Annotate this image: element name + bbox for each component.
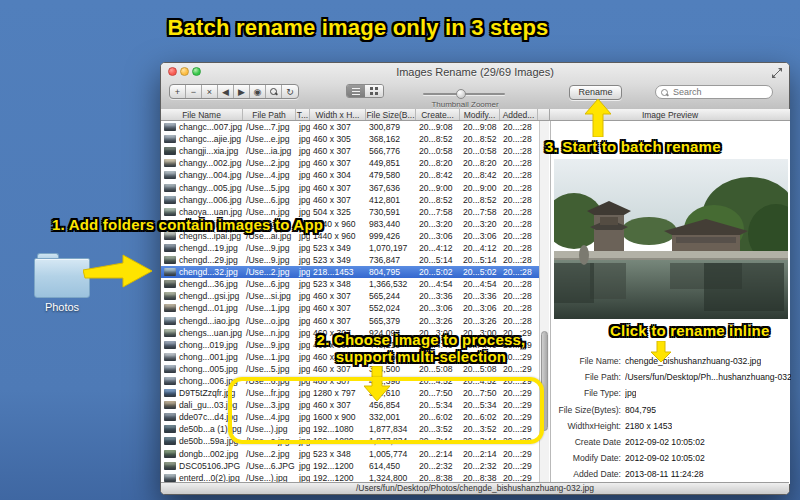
preview-field-label: Added Date:	[551, 469, 621, 479]
cell-dims: 460 x 305	[310, 134, 366, 144]
column-header[interactable]: Create...	[416, 109, 460, 120]
cell-added: 20...:28	[500, 146, 538, 156]
thumbnail-zoomer-label: Thumbnail Zoomer	[405, 100, 525, 109]
column-header[interactable]: Added...	[500, 109, 538, 120]
rename-button[interactable]: Rename	[569, 85, 622, 100]
fullscreen-icon[interactable]	[771, 67, 783, 79]
thumbnail-icon	[164, 353, 176, 361]
thumbnail-icon	[164, 135, 176, 143]
cell-modify: 20...9:08	[460, 122, 500, 132]
preview-field: Added Date:2013-08-11 11:24:28	[551, 466, 791, 482]
grid-view-button[interactable]	[365, 85, 383, 97]
preview-field-value: 2013-08-11 11:24:28	[625, 469, 704, 479]
table-row[interactable]: chengd...19.jpg/Use...9.jpgjpg523 x 3491…	[161, 242, 539, 254]
cell-type: jpg	[296, 122, 310, 132]
column-header[interactable]: File Size(B...	[366, 109, 416, 120]
cell-modify: 20...3:26	[460, 316, 500, 326]
preview-field-value[interactable]: chengde_bishushanzhuang-032.jpg	[625, 356, 761, 366]
table-row[interactable]: changy...006.jpg/Use...6.jpgjpg460 x 307…	[161, 194, 539, 206]
folder-label: Photos	[24, 301, 100, 313]
cell-path: /Use...si.jpg	[243, 291, 296, 301]
cell-name: changji...xia.jpg	[176, 146, 243, 156]
cell-create: 20...5:08	[416, 364, 460, 374]
cell-modify: 20...8:52	[460, 195, 500, 205]
cell-added: 20...:28	[500, 267, 538, 277]
cell-dims: 523 x 349	[310, 255, 366, 265]
cell-modify: 20...4:12	[460, 243, 500, 253]
cell-type: jpg	[296, 158, 310, 168]
cell-path: /Use...5.jpg	[243, 364, 296, 374]
list-view-button[interactable]	[347, 85, 365, 97]
cell-create: 20...3:20	[416, 219, 460, 229]
toolbar-refresh-button[interactable]: ↻	[282, 85, 298, 98]
table-row[interactable]: changy...004.jpg/Use...4.jpgjpg460 x 304…	[161, 169, 539, 181]
table-row[interactable]: chengd...36.jpg/Use...6.jpgjpg523 x 3481…	[161, 278, 539, 290]
toolbar-previous-button[interactable]: ◀	[218, 85, 234, 98]
preview-field-label: File Type:	[551, 388, 621, 398]
cell-type: jpg	[296, 195, 310, 205]
column-header[interactable]: Modify...	[460, 109, 500, 120]
thumbnail-icon	[164, 450, 176, 458]
cell-added: 20...:28	[500, 291, 538, 301]
preview-field: File Type:jpg	[551, 385, 791, 401]
table-row[interactable]: chengd...gsi.jpg/Use...si.jpgjpg460 x 30…	[161, 290, 539, 302]
cell-dims: 192...1200	[310, 461, 366, 471]
toolbar-remove-button[interactable]: −	[186, 85, 202, 98]
column-header[interactable]: File Name	[161, 109, 243, 120]
cell-modify: 20...2:14	[460, 449, 500, 459]
table-row[interactable]: chengd...01.jpg/Use...1.jpgjpg460 x 3075…	[161, 302, 539, 314]
thumbnail-icon	[164, 292, 176, 300]
table-row[interactable]: DSC05106.JPG/Use...6.JPGjpg192...1200614…	[161, 460, 539, 472]
cell-dims: 460 x 307	[310, 158, 366, 168]
preview-header-label: Image Preview	[642, 110, 698, 120]
table-row[interactable]: chengd...32.jpg/Use...2.jpgjpg218...1453…	[161, 266, 539, 278]
cell-type: jpg	[296, 449, 310, 459]
toolbar-preview-button[interactable]: ◉	[250, 85, 266, 98]
toolbar-next-button[interactable]: ▶	[234, 85, 250, 98]
table-row[interactable]: changy...002.jpg/Use...2.jpgjpg460 x 307…	[161, 157, 539, 169]
column-header[interactable]: Width x H...	[310, 109, 366, 120]
thumbnail-zoomer-slider[interactable]	[423, 89, 505, 98]
column-header[interactable]: File Path	[243, 109, 296, 120]
search-input[interactable]	[673, 86, 769, 98]
cell-size: 730,591	[366, 207, 416, 217]
cell-path: /Use...1.jpg	[243, 352, 296, 362]
thumbnail-icon	[164, 196, 176, 204]
cell-path: /Use...5.jpg	[243, 183, 296, 193]
cell-create: 20...2:14	[416, 449, 460, 459]
thumbnail-icon	[164, 413, 176, 421]
cell-type: jpg	[296, 183, 310, 193]
step1-arrow-icon	[83, 252, 153, 290]
table-row[interactable]: changc...ajie.jpg/Use...e.jpgjpg460 x 30…	[161, 133, 539, 145]
thumbnail-icon	[164, 389, 176, 397]
toolbar-delete-button[interactable]: ×	[202, 85, 218, 98]
table-row[interactable]: chengd...iao.jpg/Use...o.jpgjpg460 x 307…	[161, 315, 539, 327]
cell-type: jpg	[296, 279, 310, 289]
cell-name: chengs...uan.jpg	[176, 328, 243, 338]
toolbar-search-button[interactable]	[266, 85, 282, 98]
toolbar-add-button[interactable]: +	[170, 85, 186, 98]
cell-path: /Use...6.jpg	[243, 279, 296, 289]
thumbnail-icon	[164, 208, 176, 216]
table-header: File NameFile PathT...Width x H...File S…	[161, 109, 549, 121]
table-row[interactable]: changy...005.jpg/Use...5.jpgjpg460 x 307…	[161, 181, 539, 193]
cell-type: jpg	[296, 267, 310, 277]
cell-name: changc...007.jpg	[176, 122, 243, 132]
table-row[interactable]: changji...xia.jpg/Use...ia.jpgjpg460 x 3…	[161, 145, 539, 157]
thumbnail-icon	[164, 184, 176, 192]
slider-knob[interactable]	[456, 89, 466, 99]
cell-path: /Use...2.jpg	[243, 449, 296, 459]
table-row[interactable]: changc...007.jpg/Use...7.jpgjpg460 x 307…	[161, 121, 539, 133]
title-bar[interactable]: Images Rename (29/69 Images)	[161, 63, 789, 81]
cell-modify: 20...3:36	[460, 291, 500, 301]
column-header[interactable]: T...	[296, 109, 310, 120]
cell-size: 412,801	[366, 195, 416, 205]
table-row[interactable]: chengd...29.jpg/Use...9.jpgjpg523 x 3497…	[161, 254, 539, 266]
table-row[interactable]: dongb...002.jpg/Use...2.jpgjpg523 x 3481…	[161, 448, 539, 460]
cell-create: 20...3:36	[416, 291, 460, 301]
cell-dims: 460 x 307	[310, 316, 366, 326]
cell-added: 20...:28	[500, 158, 538, 168]
cell-create: 20...8:52	[416, 134, 460, 144]
cell-path: /Use...2.jpg	[243, 267, 296, 277]
cell-name: chong...019.jpg	[176, 340, 243, 350]
